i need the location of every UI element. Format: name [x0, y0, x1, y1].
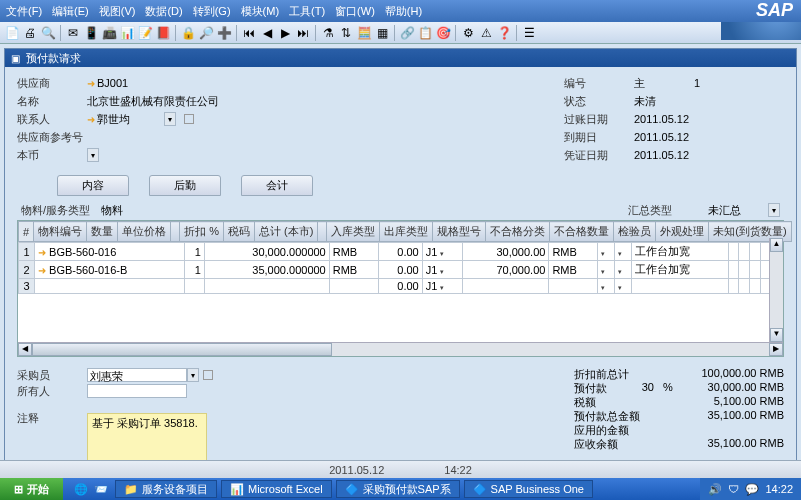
menu-help[interactable]: 帮助(H)	[385, 4, 422, 19]
dp-pct[interactable]: 30	[642, 381, 654, 393]
col-tax[interactable]: 税码	[223, 222, 254, 242]
buyer-dropdown[interactable]: ▾	[187, 368, 199, 382]
itemtype-value[interactable]: 物料	[101, 203, 123, 218]
status-date: 2011.05.12	[329, 464, 384, 476]
contact-browse-icon[interactable]	[184, 114, 194, 124]
menu-modules[interactable]: 模块(M)	[241, 4, 280, 19]
scroll-down-icon[interactable]: ▼	[770, 328, 783, 342]
tb-layout-icon[interactable]: ▦	[374, 25, 390, 41]
menu-edit[interactable]: 编辑(E)	[52, 4, 89, 19]
tray-clock[interactable]: 14:22	[765, 483, 793, 495]
col-spec[interactable]: 规格型号	[433, 222, 486, 242]
tb-settings-icon[interactable]: ⚙	[460, 25, 476, 41]
task-item[interactable]: 🔷SAP Business One	[464, 480, 593, 498]
link-arrow-icon[interactable]: ➜	[87, 114, 95, 125]
post-value[interactable]: 2011.05.12	[634, 113, 689, 125]
col-total[interactable]: 总计 (本市)	[254, 222, 317, 242]
itemtype-label: 物料/服务类型	[21, 203, 101, 218]
tb-link-icon[interactable]: 🔗	[399, 25, 415, 41]
task-item[interactable]: 📁服务设备项目	[115, 480, 217, 498]
col-inspector[interactable]: 检验员	[614, 222, 656, 242]
tb-next-icon[interactable]: ▶	[277, 25, 293, 41]
form-titlebar[interactable]: ▣ 预付款请求	[5, 49, 796, 67]
task-item[interactable]: 🔷采购预付款SAP系	[336, 480, 460, 498]
pre-disc-label: 折扣前总计	[574, 367, 629, 381]
start-button[interactable]: ⊞ 开始	[0, 478, 63, 500]
col-disc[interactable]: 折扣 %	[180, 222, 224, 242]
buyer-value[interactable]: 刘惠荣	[87, 368, 187, 382]
tb-first-icon[interactable]: ⏮	[241, 25, 257, 41]
tb-fax-icon[interactable]: 📠	[101, 25, 117, 41]
col-nc-qty[interactable]: 不合格数量	[550, 222, 614, 242]
col-in[interactable]: 入库类型	[327, 222, 380, 242]
link-arrow-icon[interactable]: ➜	[87, 78, 95, 89]
col-nc-class[interactable]: 不合格分类	[486, 222, 550, 242]
tb-sms-icon[interactable]: 📱	[83, 25, 99, 41]
tb-pdf-icon[interactable]: 📕	[155, 25, 171, 41]
quicklaunch-icon[interactable]: 📨	[91, 483, 111, 496]
scroll-left-icon[interactable]: ◀	[18, 343, 32, 356]
tb-find-icon[interactable]: 🔎	[198, 25, 214, 41]
tb-word-icon[interactable]: 📝	[137, 25, 153, 41]
sumtype-dropdown[interactable]: ▾	[768, 203, 780, 217]
tb-export-icon[interactable]: 📊	[119, 25, 135, 41]
col-item[interactable]: 物料编号	[34, 222, 87, 242]
table-row[interactable]: 30.00J1 ▾▾▾	[19, 279, 783, 294]
owner-value[interactable]	[87, 384, 187, 398]
tb-prev-icon[interactable]: ◀	[259, 25, 275, 41]
menu-tools[interactable]: 工具(T)	[289, 4, 325, 19]
due-value[interactable]: 2011.05.12	[634, 131, 689, 143]
tb-alert-icon[interactable]: ⚠	[478, 25, 494, 41]
tb-help-icon[interactable]: ❓	[496, 25, 512, 41]
tab-accounting[interactable]: 会计	[241, 175, 313, 196]
tb-new-icon[interactable]: 📄	[4, 25, 20, 41]
tb-last-icon[interactable]: ⏭	[295, 25, 311, 41]
currency-dropdown[interactable]: ▾	[87, 148, 99, 162]
scroll-up-icon[interactable]: ▲	[770, 238, 783, 252]
tb-email-icon[interactable]: ✉	[65, 25, 81, 41]
table-row[interactable]: 2➜ BGB-560-016-B135,000.000000RMB0.00J1 …	[19, 261, 783, 279]
col-rownum[interactable]: #	[19, 222, 34, 242]
scroll-right-icon[interactable]: ▶	[769, 343, 783, 356]
tb-sort-icon[interactable]: ⇅	[338, 25, 354, 41]
tb-preview-icon[interactable]: 🔍	[40, 25, 56, 41]
tb-context-icon[interactable]: ☰	[521, 25, 537, 41]
tb-target-icon[interactable]: 🎯	[435, 25, 451, 41]
tab-content[interactable]: 内容	[57, 175, 129, 196]
grid-hscroll[interactable]: ◀ ▶	[18, 342, 783, 356]
menu-view[interactable]: 视图(V)	[99, 4, 136, 19]
contact-dropdown[interactable]: ▾	[164, 112, 176, 126]
remark-value[interactable]: 基于 采购订单 35818.	[87, 413, 207, 463]
doc-value[interactable]: 2011.05.12	[634, 149, 689, 161]
menu-file[interactable]: 文件(F)	[6, 4, 42, 19]
menu-window[interactable]: 窗口(W)	[335, 4, 375, 19]
tb-lock-icon[interactable]: 🔒	[180, 25, 196, 41]
buyer-browse-icon[interactable]	[203, 370, 213, 380]
tab-logistics[interactable]: 后勤	[149, 175, 221, 196]
menu-goto[interactable]: 转到(G)	[193, 4, 231, 19]
menu-data[interactable]: 数据(D)	[145, 4, 182, 19]
tray-icon[interactable]: 🛡	[728, 483, 739, 495]
tb-add-icon[interactable]: ➕	[216, 25, 232, 41]
col-qty[interactable]: 数量	[87, 222, 118, 242]
col-price[interactable]: 单位价格	[118, 222, 171, 242]
form-title: 预付款请求	[26, 51, 81, 66]
contact-value[interactable]: 郭世均	[97, 112, 130, 127]
col-out[interactable]: 出库类型	[380, 222, 433, 242]
tb-calc-icon[interactable]: 🧮	[356, 25, 372, 41]
no-value[interactable]: 1	[694, 77, 700, 89]
quicklaunch-icon[interactable]: 🌐	[71, 483, 91, 496]
tray-icon[interactable]: 💬	[745, 483, 759, 496]
sumtype-value[interactable]: 未汇总	[708, 203, 768, 218]
tb-print-icon[interactable]: 🖨	[22, 25, 38, 41]
grid-vscroll[interactable]: ▲ ▼	[769, 238, 783, 342]
tb-filter-icon[interactable]: ⚗	[320, 25, 336, 41]
task-item[interactable]: 📊Microsoft Excel	[221, 480, 332, 498]
table-row[interactable]: 1➜ BGB-560-016130,000.000000RMB0.00J1 ▾3…	[19, 243, 783, 261]
status-label: 状态	[564, 94, 634, 109]
tray-icon[interactable]: 🔊	[708, 483, 722, 496]
scroll-thumb[interactable]	[32, 343, 332, 356]
col-surface[interactable]: 外观处理	[656, 222, 709, 242]
vendor-value[interactable]: BJ001	[97, 77, 128, 89]
tb-base-icon[interactable]: 📋	[417, 25, 433, 41]
